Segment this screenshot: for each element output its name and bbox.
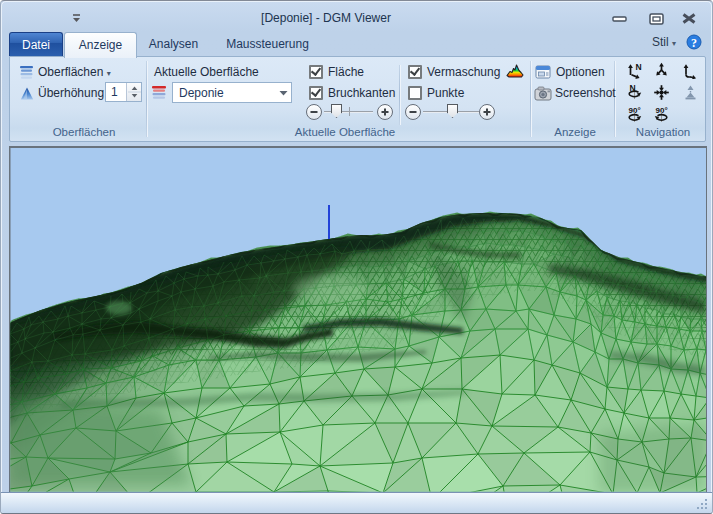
svg-text:?: ? <box>691 36 697 50</box>
svg-text:N: N <box>636 62 642 72</box>
svg-text:N: N <box>630 84 636 93</box>
